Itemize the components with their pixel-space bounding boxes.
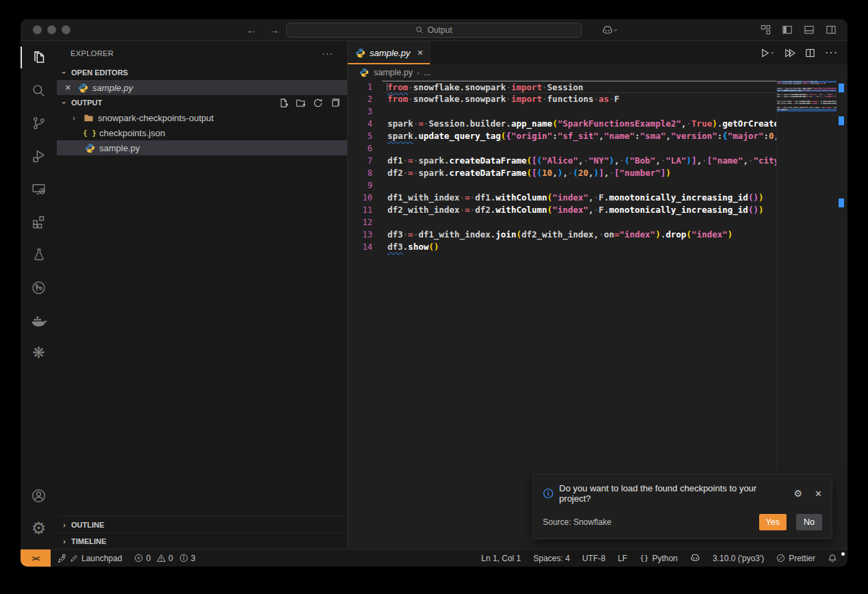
workspace-header[interactable]: › OUTPUT — [57, 95, 347, 110]
activity-extensions[interactable] — [21, 205, 57, 238]
notification-source: Source: Snowflake — [543, 517, 611, 527]
line-number[interactable]: 12 — [348, 216, 382, 229]
activity-bar: ❋ ⚙ — [21, 41, 57, 549]
new-folder-icon[interactable] — [296, 98, 306, 108]
code-line[interactable]: 7df1·=·spark.createDataFrame([("Alice",·… — [348, 155, 776, 167]
run-all-icon[interactable] — [784, 48, 795, 58]
command-center-search[interactable]: Output — [286, 23, 582, 38]
indentation[interactable]: Spaces: 4 — [527, 554, 576, 563]
remote-indicator[interactable]: >< — [21, 550, 51, 567]
launchpad-item[interactable]: Launchpad — [51, 554, 128, 563]
json-icon: { } — [84, 127, 95, 138]
tree-item-python[interactable]: sample.py — [57, 140, 347, 155]
activity-snowflake[interactable]: ❋ — [21, 337, 57, 370]
breadcrumb[interactable]: sample.py › ... — [348, 64, 847, 81]
line-number[interactable]: 4 — [348, 118, 382, 130]
tree-item-folder[interactable]: › snowpark-checkpoints-output — [57, 110, 347, 125]
code-line[interactable]: 3 — [348, 105, 776, 118]
collapse-all-icon[interactable] — [330, 98, 340, 108]
code-line[interactable]: 4spark·=·Session.builder.app_name("Spark… — [348, 118, 776, 130]
code-line[interactable]: 12 — [348, 216, 776, 229]
new-file-icon[interactable] — [279, 98, 289, 108]
line-number[interactable]: 6 — [348, 142, 382, 155]
minimize-window-button[interactable] — [47, 25, 56, 34]
line-number[interactable]: 9 — [348, 179, 382, 192]
nav-back-icon[interactable]: ← — [246, 24, 257, 36]
language-mode[interactable]: {} Python — [633, 554, 684, 563]
more-actions-icon[interactable]: ··· — [825, 47, 838, 59]
activity-remote-explorer[interactable] — [21, 172, 57, 205]
line-number[interactable]: 14 — [348, 241, 382, 253]
code-line[interactable]: 10df1_with_index·=·df1.withColumn("index… — [348, 192, 776, 204]
traffic-lights — [33, 25, 71, 34]
breadcrumb-file[interactable]: sample.py — [374, 68, 413, 77]
chevron-right-icon: › — [69, 114, 79, 122]
split-editor-icon[interactable] — [805, 48, 815, 58]
line-number[interactable]: 2 — [348, 93, 382, 105]
activity-accounts[interactable] — [21, 479, 57, 512]
refresh-icon[interactable] — [313, 98, 323, 108]
activity-explorer[interactable] — [21, 41, 57, 74]
activity-source-control[interactable] — [21, 107, 57, 140]
zoom-window-button[interactable] — [62, 25, 71, 34]
formatter-status[interactable]: Prettier — [770, 554, 821, 563]
close-tab-icon[interactable]: ✕ — [417, 49, 423, 57]
timeline-section[interactable]: › TIMELINE — [57, 532, 347, 549]
line-number[interactable]: 11 — [348, 204, 382, 216]
toggle-panel-icon[interactable] — [804, 25, 815, 35]
line-number[interactable]: 7 — [348, 155, 382, 167]
outline-section[interactable]: › OUTLINE — [57, 516, 347, 532]
cursor-position[interactable]: Ln 1, Col 1 — [475, 554, 527, 563]
line-number[interactable]: 3 — [348, 105, 382, 118]
close-window-button[interactable] — [33, 25, 42, 34]
overview-ruler[interactable] — [837, 81, 847, 549]
activity-docker[interactable] — [21, 304, 57, 337]
nav-forward-icon[interactable]: → — [269, 24, 279, 36]
notification-close-icon[interactable]: ✕ — [815, 489, 822, 499]
line-number[interactable]: 1 — [348, 81, 382, 93]
yes-button[interactable]: Yes — [759, 514, 787, 530]
code-line[interactable]: 2from·snowflake.snowpark·import·function… — [348, 93, 776, 105]
activity-settings[interactable]: ⚙ — [21, 512, 57, 545]
activity-run-debug[interactable] — [21, 140, 57, 172]
toggle-secondary-sidebar-icon[interactable] — [826, 25, 837, 35]
problems-item[interactable]: 0 0 3 — [128, 554, 201, 563]
eol[interactable]: LF — [611, 554, 633, 563]
run-python-file-button[interactable]: › — [760, 48, 774, 58]
warning-count: 0 — [168, 554, 173, 563]
activity-testing[interactable] — [21, 238, 57, 271]
snowflake-icon: ❋ — [32, 346, 44, 361]
copilot-icon — [690, 553, 700, 563]
code-line[interactable]: 14df3.show() — [348, 241, 776, 253]
encoding[interactable]: UTF-8 — [576, 554, 611, 563]
line-number[interactable]: 5 — [348, 130, 382, 142]
line-number[interactable]: 8 — [348, 167, 382, 179]
line-number[interactable]: 13 — [348, 229, 382, 241]
notifications-bell[interactable] — [821, 554, 843, 563]
open-editor-item[interactable]: ✕ sample.py — [57, 80, 347, 95]
tab-sample-py[interactable]: sample.py ✕ — [348, 41, 431, 64]
code-line[interactable]: 11df2_with_index·=·df2.withColumn("index… — [348, 204, 776, 216]
code-line[interactable]: 1from·snowflake.snowpark·import·Session — [348, 81, 776, 93]
close-icon[interactable]: ✕ — [62, 83, 73, 92]
toggle-primary-sidebar-icon[interactable] — [782, 25, 793, 35]
account-icon — [30, 487, 47, 504]
customize-layout-icon[interactable] — [761, 25, 771, 35]
code-line[interactable]: 13df3·=·df1_with_index.join(df2_with_ind… — [348, 229, 776, 241]
notification-settings-icon[interactable]: ⚙ — [794, 488, 803, 499]
python-interpreter[interactable]: 3.10.0 ('pyo3') — [706, 554, 770, 563]
more-actions-icon[interactable]: ··· — [322, 48, 333, 59]
breadcrumb-symbol[interactable]: ... — [424, 68, 431, 77]
open-editors-header[interactable]: › OPEN EDITORS — [57, 65, 347, 80]
activity-git-graph[interactable] — [21, 271, 57, 304]
line-number[interactable]: 10 — [348, 192, 382, 204]
no-button[interactable]: No — [796, 514, 822, 530]
code-line[interactable]: 9 — [348, 179, 776, 192]
copilot-status[interactable] — [684, 553, 706, 563]
activity-search[interactable] — [21, 74, 57, 107]
code-line[interactable]: 5spark.update_query_tag({"origin":"sf_si… — [348, 130, 776, 142]
code-line[interactable]: 6 — [348, 142, 776, 155]
code-line[interactable]: 8df2·=·spark.createDataFrame([(10,),·(20… — [348, 167, 776, 179]
copilot-menu[interactable]: › — [602, 19, 617, 41]
tree-item-json[interactable]: { } checkpoints.json — [57, 125, 347, 140]
